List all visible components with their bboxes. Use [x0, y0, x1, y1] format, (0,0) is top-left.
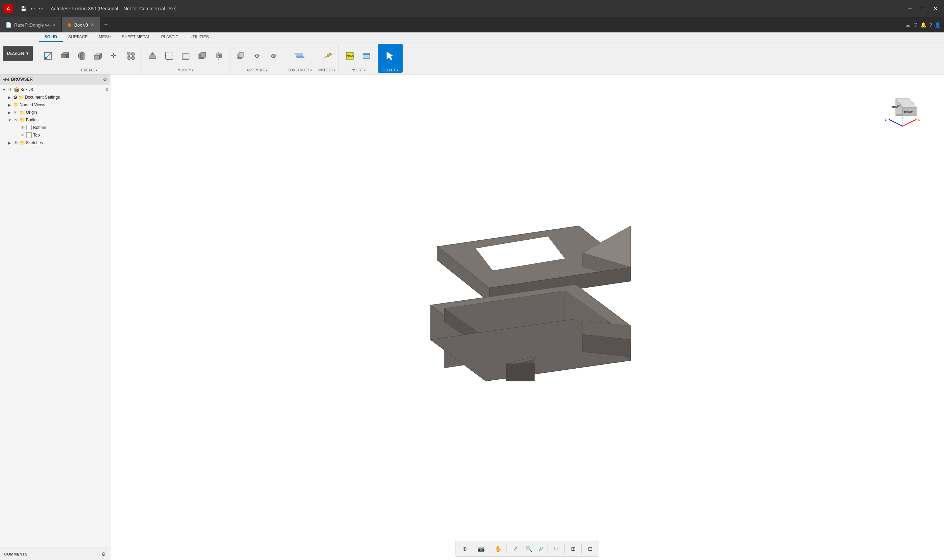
tree-toggle-origin[interactable]: ▶	[7, 111, 12, 114]
tree-item-bottom[interactable]: 👁 Bottom	[0, 124, 110, 131]
redo-button[interactable]: ↪	[38, 5, 45, 13]
display-mode-button[interactable]: □	[550, 542, 562, 555]
insert-canvas-button[interactable]	[359, 46, 374, 66]
tree-label-boxv3: Box v3	[20, 87, 104, 92]
grid-settings-button[interactable]: ⊞	[567, 542, 579, 555]
viewport[interactable]: Z X FRONT RIGHT ⊕ 📷 ✋ ⤢	[110, 74, 944, 560]
tab-boxv3[interactable]: ⬟ Box v3 ✕	[62, 17, 100, 32]
insert-svg-button[interactable]: SVG	[342, 46, 358, 66]
tree-toggle-boxv3[interactable]: ▼	[2, 88, 7, 92]
construct-offset-plane-button[interactable]	[290, 46, 310, 66]
view-cube-svg: Z X FRONT RIGHT	[882, 88, 923, 133]
tab-racefitdongle[interactable]: 📄 RaceFitDongle v4 ✕	[0, 17, 62, 32]
comments-bar: COMMENTS ⚙	[0, 548, 110, 560]
tree-toggle-sketches[interactable]: ▶	[7, 141, 12, 145]
assemble-joint-button[interactable]	[250, 46, 265, 66]
motion-icon	[269, 51, 278, 61]
tree-toggle-bodies[interactable]: ▼	[7, 118, 12, 122]
mirror-icon	[214, 51, 224, 61]
assemble-new-component-button[interactable]: +	[233, 46, 248, 66]
tree-toggle-doc-settings[interactable]: ▶	[7, 95, 12, 99]
eye-icon-top[interactable]: 👁	[20, 133, 26, 138]
tree-item-top[interactable]: 👁 Top	[0, 131, 110, 139]
eye-icon-boxv3[interactable]: 👁	[8, 87, 13, 92]
create-box-button[interactable]	[90, 46, 105, 66]
tree-item-named-views[interactable]: ▶ 📁 Named Views	[0, 101, 110, 109]
tab-label: Box v3	[74, 22, 88, 28]
ribbon-group-assemble: + ASSEMBLE ▾	[230, 44, 284, 73]
tab-close-icon[interactable]: ✕	[91, 22, 94, 27]
tree-toggle-named-views[interactable]: ▶	[7, 103, 12, 107]
select-button[interactable]	[381, 46, 400, 66]
modify-fillet-button[interactable]	[162, 46, 177, 66]
eye-icon-bodies[interactable]: 👁	[13, 118, 19, 122]
ribbon-tab-mesh[interactable]: MESH	[93, 32, 116, 42]
browser-collapse-button[interactable]: ◀◀	[3, 77, 9, 82]
create-sketch-button[interactable]	[40, 46, 56, 66]
tree-item-doc-settings[interactable]: ▶ ⚙ 📁 Document Settings	[0, 94, 110, 101]
create-pattern-button[interactable]	[123, 46, 138, 66]
svg-marker-26	[219, 54, 222, 58]
ribbon-group-select: SELECT ▾	[378, 44, 403, 73]
ribbon-tab-plastic[interactable]: PLASTIC	[156, 32, 184, 42]
profile-icon[interactable]: 👤	[935, 22, 941, 28]
screenshot-button[interactable]: 📷	[475, 542, 487, 555]
tree-item-sketches[interactable]: ▶ 👁 📁 Sketches	[0, 139, 110, 146]
view-cube[interactable]: Z X FRONT RIGHT	[882, 88, 923, 130]
select-label: SELECT ▾	[382, 68, 398, 72]
browser-header: ◀◀ BROWSER ⚙	[0, 74, 110, 85]
main-area: ◀◀ BROWSER ⚙ ▼ 👁 📦 Box v3 ⚙ ▶ ⚙ 📁 Docume…	[0, 74, 944, 560]
tree-item-bodies[interactable]: ▼ 👁 📁 Bodies	[0, 116, 110, 124]
eye-icon-bottom[interactable]: 👁	[20, 125, 26, 130]
ribbon-tab-utilities[interactable]: UTILITIES	[184, 32, 214, 42]
create-move-button[interactable]: ✛	[106, 46, 122, 66]
design-label: DESIGN	[7, 51, 24, 56]
modify-combine-button[interactable]	[194, 46, 210, 66]
folder-icon-origin: 📁	[19, 110, 25, 115]
ribbon-tabs: SOLID SURFACE MESH SHEET METAL PLASTIC U…	[35, 32, 944, 42]
timer-icon[interactable]: ⏱	[913, 22, 918, 28]
inspect-measure-button[interactable]	[319, 46, 335, 66]
comments-label: COMMENTS	[4, 552, 99, 556]
sketch-icon	[43, 51, 53, 61]
tree-item-boxv3[interactable]: ▼ 👁 📦 Box v3 ⚙	[0, 86, 110, 94]
viewport-layout-button[interactable]: ⊟	[584, 542, 596, 555]
modify-mirror-button[interactable]	[211, 46, 226, 66]
svg-rect-37	[327, 53, 331, 57]
create-revolve-button[interactable]	[74, 46, 89, 66]
pan-button[interactable]: ✋	[492, 542, 504, 555]
tree-item-origin[interactable]: ▶ 👁 📁 Origin	[0, 109, 110, 116]
design-dropdown[interactable]: DESIGN ▾	[3, 46, 33, 61]
ribbon-tab-surface[interactable]: SURFACE	[63, 32, 94, 42]
vis-box-bottom[interactable]	[26, 125, 32, 130]
settings-icon-boxv3[interactable]: ⚙	[105, 87, 109, 92]
notification-icon[interactable]: 🔔	[921, 22, 926, 28]
tab-close-icon[interactable]: ✕	[52, 22, 56, 27]
position-camera-button[interactable]: ⊕	[458, 542, 470, 555]
tab-add-button[interactable]: +	[100, 17, 112, 32]
cloud-icon[interactable]: ☁	[905, 22, 910, 28]
assemble-motion-button[interactable]	[266, 46, 281, 66]
svg-point-33	[273, 55, 275, 57]
create-extrude-button[interactable]	[57, 46, 72, 66]
minimize-button[interactable]: ─	[905, 4, 915, 14]
undo-button[interactable]: ↩	[29, 5, 36, 13]
zoom-fit-button[interactable]: ⤢	[509, 542, 521, 555]
maximize-button[interactable]: □	[918, 4, 927, 14]
ribbon-tab-sheetmetal[interactable]: SHEET METAL	[116, 32, 156, 42]
eye-icon-sketches[interactable]: 👁	[13, 140, 19, 145]
svg-text:✛: ✛	[111, 52, 117, 59]
vis-box-top[interactable]	[26, 132, 32, 138]
help-icon[interactable]: ?	[929, 22, 932, 28]
toolbar-separator-6	[582, 545, 582, 553]
eye-icon-origin[interactable]: 👁	[13, 110, 19, 115]
ribbon-group-insert: SVG INSERT ▾	[339, 44, 377, 73]
modify-press-pull-button[interactable]	[145, 46, 160, 66]
modify-shell-button[interactable]	[178, 46, 193, 66]
comments-settings-icon[interactable]: ⚙	[102, 551, 106, 557]
browser-settings-button[interactable]: ⚙	[103, 77, 107, 82]
zoom-button[interactable]: 🔍	[523, 542, 535, 555]
close-button[interactable]: ✕	[930, 4, 941, 14]
save-button[interactable]: 💾	[19, 5, 28, 13]
ribbon-tab-solid[interactable]: SOLID	[39, 32, 63, 42]
